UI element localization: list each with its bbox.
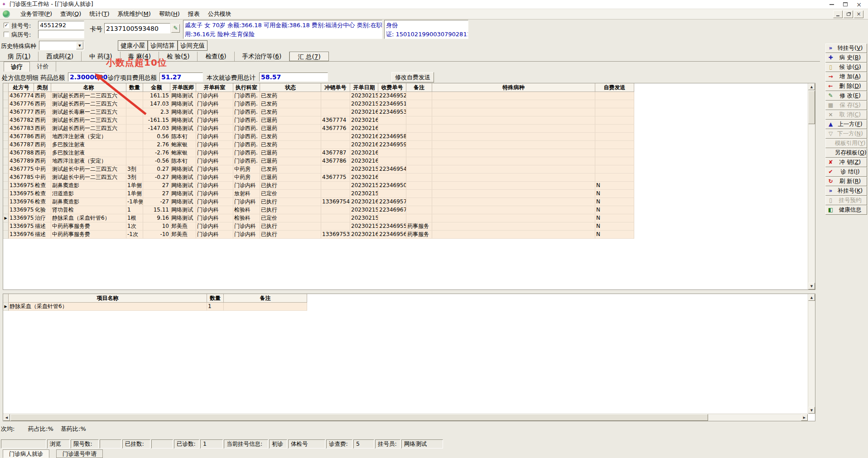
table-row[interactable]: 4367774西药测试超长西药一二三四五六161.15网络测试门诊内科门诊西药.… (3, 92, 815, 100)
scroll-thumb[interactable] (808, 91, 815, 124)
main-tab[interactable]: 西成药(2) (39, 52, 82, 61)
sidebar-button[interactable]: »补挂号(K) (825, 186, 867, 196)
table-cell: 已定价 (260, 214, 321, 222)
table-cell: 4367777 (9, 108, 34, 116)
bottom-tab[interactable]: 门诊病人就诊 (3, 449, 49, 458)
table-row[interactable]: 4367788西药多巴胺注射液-2.76鲍家银门诊内科门诊西药.已退药43677… (3, 149, 815, 157)
main-tab[interactable]: 病 历(1) (0, 52, 39, 61)
scroll-left-icon[interactable]: ◀ (3, 414, 10, 421)
prescription-grid-body: 4367774西药测试超长西药一二三四五六161.15网络测试门诊内科门诊西药.… (3, 92, 815, 239)
menu-item[interactable]: 业务管理(P) (16, 9, 56, 19)
row-indicator: ▶ (3, 303, 9, 311)
sidebar-button[interactable]: ▯候 诊(G) (825, 63, 867, 72)
menu-item[interactable]: 系统维护(M) (114, 9, 155, 19)
special-disease-select[interactable]: ▼ (39, 41, 84, 50)
modify-selfpay-send-button[interactable]: 修改自费发送 (391, 72, 434, 82)
scroll-up-icon[interactable]: ▲ (808, 294, 815, 301)
sidebar-button[interactable]: ←删 除(D) (825, 82, 867, 91)
table-row[interactable]: ▶静脉采血（采血针管6）1 (3, 303, 815, 311)
table-row[interactable]: ▶1336975治疗静脉采血（采血针管6）1根9.16网络测试门诊内科检验科已定… (3, 214, 815, 222)
menu-item[interactable]: 公共模块 (204, 9, 236, 19)
table-cell: 泪道造影 (51, 190, 126, 198)
table-row[interactable]: 1336976描述中药药事服务费-1次-10郑美燕门诊内科门诊内科已执行1336… (3, 231, 815, 239)
sidebar-button[interactable]: ▲上一方(F) (825, 120, 867, 129)
minimize-icon[interactable] (829, 2, 834, 7)
table-row[interactable]: 4367785中药测试超长中药一二三四五六3剂-0.27网络测试门诊内科中药房已… (3, 174, 815, 182)
chevron-down-icon[interactable]: ▼ (76, 42, 83, 49)
table-row[interactable]: 4367782西药测试超长西药一二三四五六-161.15网络测试门诊内科门诊西药… (3, 116, 815, 125)
menu-item[interactable]: 报表 (184, 9, 204, 19)
sidebar-button[interactable]: ✎修 改(E) (825, 91, 867, 101)
sub-tab[interactable]: 诊疗 (4, 62, 30, 72)
table-cell: 22346958 (378, 133, 406, 141)
quick-button[interactable]: 诊间结算 (148, 40, 178, 51)
table-cell (432, 116, 595, 125)
main-tab[interactable]: 汇 总(7) (289, 52, 328, 61)
table-row[interactable]: 4367789西药地西泮注射液（安定）-0.56陈本钉门诊内科门诊西药.已退药4… (3, 157, 815, 165)
patient-info-line2: 用:36.16元 险种:生育保险 (183, 30, 382, 39)
table-cell (126, 125, 143, 133)
sidebar-button[interactable]: ✚病 史(B) (825, 53, 867, 63)
quick-button[interactable]: 诊间充值 (178, 40, 207, 51)
app-icon: ✦ (2, 1, 8, 7)
sidebar-button[interactable]: ✘冲 销(Z) (825, 158, 867, 167)
scroll-down-icon[interactable]: ▼ (808, 407, 815, 414)
main-tab[interactable]: 检查(6) (198, 52, 234, 61)
table-cell: 13369753 (321, 231, 350, 239)
table-row[interactable]: 4367783西药测试超长西药一二三四五六-147.03网络测试门诊内科门诊西药… (3, 125, 815, 133)
main-tab[interactable]: 手术治疗等(6) (235, 52, 290, 61)
sidebar-button[interactable]: →增 加(A) (825, 72, 867, 82)
table-row[interactable]: 1336975检查副鼻窦造影1单侧27网络测试门诊内科门诊内科已执行202302… (3, 182, 815, 190)
table-row[interactable]: 4367777西药测试超长毒麻一二三四五六2.3网络测试门诊内科门诊西药.已发药… (3, 108, 815, 116)
mdi-minimize-icon[interactable] (833, 10, 843, 18)
mdi-restore-icon[interactable] (844, 10, 853, 18)
menu-item[interactable]: 统计(T) (85, 9, 113, 19)
status-segment: 限号数: (71, 439, 99, 448)
table-row[interactable]: 1336975描述中药药事服务费1次10郑美燕门诊内科门诊内科已执行202302… (3, 222, 815, 231)
sidebar-button[interactable]: »转挂号(V) (825, 43, 867, 53)
status-segment: 诊查费: (326, 439, 352, 448)
scroll-up-icon[interactable]: ▲ (808, 83, 815, 90)
bottom-tab[interactable]: 门诊退号申请 (56, 449, 103, 458)
sidebar-button[interactable]: ◧健康信息 (825, 205, 867, 215)
table-cell: 门诊内科 (196, 165, 233, 174)
table-cell: 陈本钉 (170, 157, 196, 165)
table-cell: 网络测试 (170, 100, 196, 108)
menu-item[interactable]: 帮助(H) (155, 9, 184, 19)
menu-item[interactable]: 查询(Q) (56, 9, 85, 19)
table-row[interactable]: 4367786西药地西泮注射液（安定）0.56陈本钉门诊内科门诊西药.已发药20… (3, 133, 815, 141)
row-indicator (3, 165, 9, 174)
reg-no-input[interactable] (38, 21, 84, 29)
table-cell: 门诊内科 (196, 174, 233, 182)
sidebar-button[interactable]: 另存模板(O) (825, 148, 867, 158)
table-row[interactable]: 4367775中药测试超长中药一二三四五六3剂0.27网络测试门诊内科中药房已发… (3, 165, 815, 174)
table-row[interactable]: 1336975检查泪道造影1单侧27网络测试门诊内科放射科已定价20230215… (3, 190, 815, 198)
table-cell: 1单侧 (126, 182, 143, 190)
mdi-close-icon[interactable]: × (854, 10, 863, 18)
item-grid-vscrollbar[interactable]: ▲ ▼ (808, 294, 815, 414)
table-row[interactable]: 4367787西药多巴胺注射液2.76鲍家银门诊内科门诊西药.已发药202302… (3, 141, 815, 149)
scroll-down-icon[interactable]: ▼ (808, 283, 815, 289)
annotation-text: 小数点超10位 (106, 57, 167, 69)
status-segment: 当前挂号信息: (224, 439, 268, 448)
close-icon[interactable]: × (856, 2, 862, 7)
table-cell: -161.15 (143, 116, 170, 125)
table-row[interactable]: 1336976检查副鼻窦造影-1单侧-27网络测试门诊内科门诊内科已执行1336… (3, 198, 815, 206)
table-row[interactable]: 4367776西药测试超长西药一二三四五六147.03网络测试门诊内科门诊西药.… (3, 100, 815, 108)
sidebar-button[interactable]: ✔诊 结(I) (825, 167, 867, 177)
scroll-right-icon[interactable]: ▶ (801, 414, 808, 421)
item-grid-hscrollbar[interactable]: ◀ ▶ (3, 414, 808, 421)
sub-tab[interactable]: 计价 (30, 62, 56, 72)
record-no-checkbox[interactable] (4, 32, 9, 37)
maximize-icon[interactable] (843, 2, 848, 7)
prescription-grid-vscrollbar[interactable]: ▲ ▼ (808, 83, 815, 289)
table-row[interactable]: 1336975化验肾功普检115.11网络测试门诊内科检验科已执行2023021… (3, 206, 815, 214)
quick-button[interactable]: 健康小屋 (118, 40, 148, 51)
card-reader-icon[interactable]: ✎ (171, 24, 180, 33)
sidebar-button[interactable]: ↻刷 新(R) (825, 177, 867, 186)
scroll-thumb[interactable] (10, 414, 708, 421)
reg-no-checkbox[interactable]: ✓ (4, 23, 9, 28)
table-cell: N (595, 190, 634, 198)
record-no-input[interactable] (38, 30, 84, 39)
card-no-input[interactable] (104, 23, 170, 34)
